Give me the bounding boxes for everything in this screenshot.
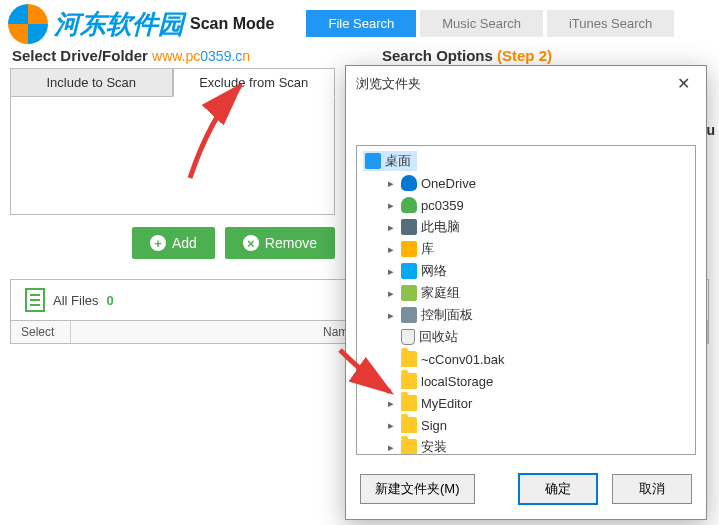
watermark-text: 河东软件园 [54,7,184,42]
tree-control-panel[interactable]: ▸控制面板 [357,304,695,326]
chevron-right-icon[interactable]: ▸ [385,177,397,190]
tree-onedrive[interactable]: ▸OneDrive [357,172,695,194]
chevron-right-icon[interactable]: ▸ [385,441,397,454]
exclude-from-scan-tab[interactable]: Exclude from Scan [173,68,336,97]
dialog-title: 浏览文件夹 [356,75,421,93]
col-select[interactable]: Select [11,321,71,343]
step1-label: Select Drive/Folder www.pc0359.cn [12,47,382,64]
filter-all-files[interactable]: All Files 0 [11,280,360,320]
tree-cconv[interactable]: ~cConv01.bak [357,348,695,370]
folder-icon [401,395,417,411]
folder-icon [401,351,417,367]
all-files-icon [25,288,45,312]
exclude-list-box [10,97,335,215]
tree-this-pc[interactable]: ▸此电脑 [357,216,695,238]
dialog-footer: 新建文件夹(M) 确定 取消 [346,463,706,519]
remove-button[interactable]: × Remove [225,227,335,259]
desktop-icon [365,153,381,169]
watermark-logo-icon [8,4,48,44]
watermark: 河东软件园 [8,4,184,44]
pc-icon [401,219,417,235]
folder-icon [401,417,417,433]
drive-folder-panel: Include to Scan Exclude from Scan + Add … [10,68,335,259]
recycle-bin-icon [401,329,415,345]
plus-icon: + [150,235,166,251]
close-icon[interactable]: ✕ [671,74,696,93]
file-search-tab[interactable]: File Search [306,10,416,37]
folder-tree[interactable]: 桌面 ▸OneDrive ▸pc0359 ▸此电脑 ▸库 ▸网络 ▸家庭组 ▸控… [356,145,696,455]
folder-icon [401,373,417,389]
tree-localstorage[interactable]: localStorage [357,370,695,392]
chevron-right-icon[interactable]: ▸ [385,287,397,300]
control-panel-icon [401,307,417,323]
x-icon: × [243,235,259,251]
tree-sign[interactable]: ▸Sign [357,414,695,436]
chevron-right-icon[interactable]: ▸ [385,265,397,278]
libraries-icon [401,241,417,257]
cancel-button[interactable]: 取消 [612,474,692,504]
browse-folder-dialog: 浏览文件夹 ✕ 桌面 ▸OneDrive ▸pc0359 ▸此电脑 ▸库 ▸网络… [345,65,707,520]
dialog-titlebar: 浏览文件夹 ✕ [346,66,706,101]
itunes-search-tab[interactable]: iTunes Search [547,10,674,37]
music-search-tab[interactable]: Music Search [420,10,543,37]
tree-desktop[interactable]: 桌面 [357,150,695,172]
tree-myeditor[interactable]: ▸MyEditor [357,392,695,414]
tree-recycle-bin[interactable]: 回收站 [357,326,695,348]
tree-network[interactable]: ▸网络 [357,260,695,282]
scan-mode-label: Scan Mode [190,15,274,33]
chevron-right-icon[interactable]: ▸ [385,419,397,432]
user-icon [401,197,417,213]
tree-user[interactable]: ▸pc0359 [357,194,695,216]
new-folder-button[interactable]: 新建文件夹(M) [360,474,475,504]
include-to-scan-tab[interactable]: Include to Scan [10,68,173,97]
chevron-right-icon[interactable]: ▸ [385,243,397,256]
folder-icon [401,439,417,455]
onedrive-icon [401,175,417,191]
ok-button[interactable]: 确定 [518,473,598,505]
chevron-right-icon[interactable]: ▸ [385,309,397,322]
chevron-right-icon[interactable]: ▸ [385,199,397,212]
homegroup-icon [401,285,417,301]
tree-libraries[interactable]: ▸库 [357,238,695,260]
tree-homegroup[interactable]: ▸家庭组 [357,282,695,304]
network-icon [401,263,417,279]
chevron-right-icon[interactable]: ▸ [385,397,397,410]
tree-install[interactable]: ▸安装 [357,436,695,455]
add-button[interactable]: + Add [132,227,215,259]
chevron-right-icon[interactable]: ▸ [385,221,397,234]
step2-label: Search Options (Step 2) [382,47,552,64]
